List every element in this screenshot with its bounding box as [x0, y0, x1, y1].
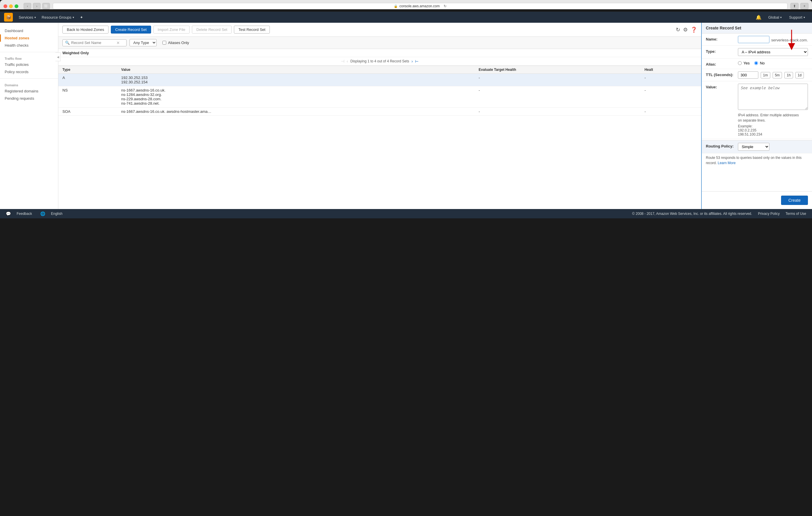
support-chevron-icon: ▾ [804, 16, 805, 19]
clear-search-icon[interactable]: ✕ [116, 40, 120, 45]
type-filter-select[interactable]: Any Type [129, 39, 156, 47]
services-nav[interactable]: Services ▾ [16, 15, 39, 20]
learn-more-link[interactable]: Learn More [718, 161, 735, 165]
test-record-set-button[interactable]: Test Record Set [234, 26, 270, 33]
alias-no-option[interactable]: No [754, 61, 765, 65]
create-button[interactable]: Create [781, 195, 808, 205]
search-box: 🔍 ✕ [62, 39, 126, 47]
cell-evaluate: - [474, 86, 640, 108]
forward-nav-button[interactable]: › [33, 3, 40, 9]
url-text: console.aws.amazon.com [399, 4, 439, 8]
col-type: Type [58, 66, 117, 74]
pin-nav[interactable]: ✦ [77, 15, 86, 20]
services-chevron-icon: ▾ [34, 16, 36, 19]
table-row[interactable]: NSns-1667.awsdns-16.co.uk. ns-1284.awsdn… [58, 86, 701, 108]
ttl-input[interactable] [738, 71, 758, 79]
routing-select[interactable]: Simple Weighted Latency Failover Geoloca… [738, 143, 770, 151]
cell-value: 192.30.252.153 192.30.252.154 [117, 74, 474, 86]
col-evaluate: Evaluate Target Health [474, 66, 640, 74]
filter-bar: 🔍 ✕ Any Type Aliases Only [58, 37, 701, 49]
sidebar: Dashboard Hosted zones Health checks Tra… [0, 23, 58, 209]
last-page-button[interactable]: ⊢ [415, 59, 418, 64]
aliases-only-checkbox[interactable]: Aliases Only [163, 40, 189, 45]
english-label[interactable]: English [51, 212, 62, 216]
type-control: A – IPv4 address AAAA – IPv6 address CNA… [738, 48, 808, 56]
col-value: Value [117, 66, 474, 74]
resource-groups-chevron-icon: ▾ [72, 16, 74, 19]
routing-control: Simple Weighted Latency Failover Geoloca… [738, 143, 808, 151]
sidebar-item-policy-records[interactable]: Policy records [0, 68, 58, 75]
ttl-5m-button[interactable]: 5m [773, 72, 782, 79]
value-label: Value: [706, 84, 735, 136]
domain-suffix: serverless-stack.com. [771, 37, 808, 42]
notification-icon[interactable]: 🔔 [753, 14, 764, 20]
create-record-set-panel: Create Record Set Name: serverless-stack… [701, 23, 812, 209]
pin-icon: ✦ [80, 15, 83, 20]
feedback-label[interactable]: Feedback [17, 212, 32, 216]
name-label: Name: [706, 36, 735, 41]
first-page-button[interactable]: ⊣ [341, 59, 344, 64]
import-zone-file-button: Import Zone File [153, 26, 190, 33]
refresh-icon[interactable]: ↻ [676, 27, 680, 33]
global-nav[interactable]: Global ▾ [765, 15, 785, 20]
help-icon[interactable]: ❓ [691, 27, 697, 33]
value-hint: IPv4 address. Enter multiple addresseson… [738, 113, 808, 123]
feedback-icon: 💬 [6, 211, 11, 216]
lock-icon: 🔒 [394, 4, 398, 8]
value-control: IPv4 address. Enter multiple addresseson… [738, 84, 808, 136]
sidebar-item-health-checks[interactable]: Health checks [0, 42, 58, 49]
privacy-policy-link[interactable]: Privacy Policy [758, 212, 780, 216]
search-input[interactable] [71, 40, 115, 45]
pagination-text: Displaying 1 to 4 out of 4 Record Sets [350, 59, 409, 63]
sidebar-item-traffic-policies[interactable]: Traffic policies [0, 61, 58, 68]
ttl-form-row: TTL (Seconds): 1m 5m 1h 1d [702, 69, 812, 81]
sidebar-group-domains: Domains [0, 82, 58, 87]
terms-of-use-link[interactable]: Terms of Use [785, 212, 806, 216]
sidebar-collapse-button[interactable]: ◀ [55, 53, 61, 61]
alias-no-radio[interactable] [754, 61, 758, 65]
prev-page-button[interactable]: ‹ [347, 59, 348, 64]
value-textarea[interactable] [738, 84, 808, 110]
sidebar-group-traffic: Traffic flow [0, 55, 58, 61]
maximize-button[interactable] [14, 4, 18, 8]
alias-yes-option[interactable]: Yes [738, 61, 750, 65]
new-tab-button[interactable]: + [800, 3, 809, 9]
create-record-set-button[interactable]: Create Record Set [111, 26, 151, 33]
alias-yes-radio[interactable] [738, 61, 742, 65]
url-bar[interactable]: 🔒 console.aws.amazon.com ↻ [53, 3, 787, 9]
next-page-button[interactable]: › [411, 59, 413, 64]
record-table: Type Value Evaluate Target Health Healt … [58, 66, 701, 116]
cell-evaluate: - [474, 108, 640, 116]
table-row[interactable]: SOAns-1667.awsdns-16.co.uk. awsdns-hostm… [58, 108, 701, 116]
sidebar-item-hosted-zones[interactable]: Hosted zones [0, 34, 58, 42]
ttl-1d-button[interactable]: 1d [795, 72, 804, 79]
name-input[interactable] [738, 36, 770, 43]
cell-health: - [640, 108, 701, 116]
sidebar-item-pending-requests[interactable]: Pending requests [0, 95, 58, 102]
share-button[interactable]: ⬆ [790, 3, 799, 9]
close-button[interactable] [3, 4, 7, 8]
type-select[interactable]: A – IPv4 address AAAA – IPv6 address CNA… [738, 48, 808, 56]
cell-value: ns-1667.awsdns-16.co.uk. awsdns-hostmast… [117, 108, 474, 116]
table-row[interactable]: A192.30.252.153 192.30.252.154-- [58, 74, 701, 86]
panel-footer: Create [702, 191, 812, 209]
settings-icon[interactable]: ⚙ [683, 27, 688, 33]
support-nav[interactable]: Support ▾ [786, 15, 808, 20]
cell-type: SOA [58, 108, 117, 116]
name-control: serverless-stack.com. [738, 36, 808, 43]
ttl-1h-button[interactable]: 1h [784, 72, 793, 79]
sidebar-item-dashboard[interactable]: Dashboard [0, 27, 58, 34]
resource-groups-nav[interactable]: Resource Groups ▾ [39, 15, 77, 20]
window-button[interactable]: ⬜ [42, 3, 50, 9]
value-example: Example: 192.0.2.235 198.51.100.234 [738, 124, 808, 136]
delete-record-set-button: Delete Record Set [192, 26, 232, 33]
toolbar: Back to Hosted Zones Create Record Set I… [58, 23, 701, 37]
back-nav-button[interactable]: ‹ [24, 3, 31, 9]
aliases-checkbox[interactable] [163, 41, 166, 44]
sidebar-item-registered-domains[interactable]: Registered domains [0, 87, 58, 95]
global-chevron-icon: ▾ [780, 16, 782, 19]
reload-icon[interactable]: ↻ [444, 4, 446, 8]
back-to-hosted-zones-button[interactable]: Back to Hosted Zones [62, 26, 109, 33]
ttl-1m-button[interactable]: 1m [761, 72, 770, 79]
minimize-button[interactable] [9, 4, 13, 8]
